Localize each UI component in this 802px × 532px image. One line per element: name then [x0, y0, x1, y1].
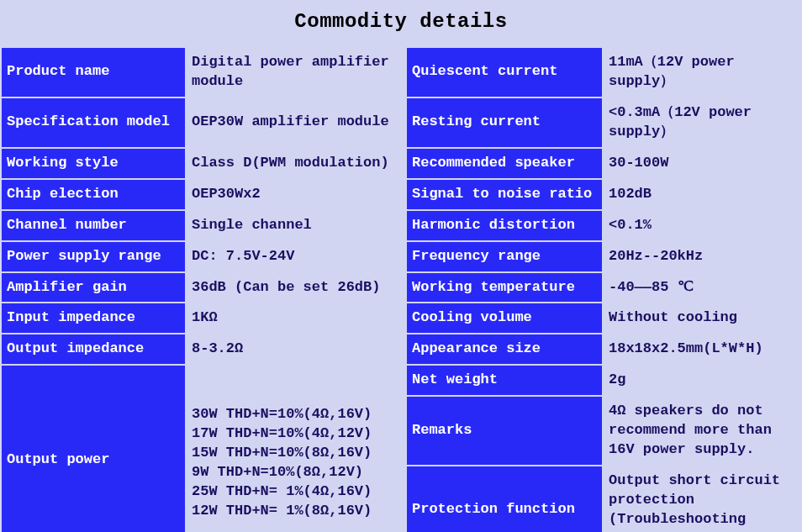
value-working-temperature: -40——85 ℃ — [604, 273, 800, 303]
label-signal-noise-ratio: Signal to noise ratio — [407, 180, 602, 209]
label-cooling-volume: Cooling volume — [407, 303, 602, 333]
spec-table: Product name Digital power amplifier mod… — [0, 48, 802, 532]
label-resting-current: Resting current — [407, 98, 602, 147]
page-title: Commodity details — [0, 0, 802, 48]
label-working-style: Working style — [2, 149, 185, 178]
label-channel-number: Channel number — [2, 211, 185, 240]
value-input-impedance: 1KΩ — [187, 303, 405, 333]
value-chip-election: OEP30Wx2 — [187, 180, 405, 209]
value-output-power: 30W THD+N=10%(4Ω,16V) 17W THD+N=10%(4Ω,1… — [187, 366, 405, 532]
value-appearance-size: 18x18x2.5mm(L*W*H) — [604, 334, 800, 364]
value-recommended-speaker: 30-100W — [604, 149, 800, 178]
value-quiescent-current: 11mA（12V power supply） — [604, 48, 800, 97]
value-net-weight: 2g — [604, 366, 800, 395]
label-recommended-speaker: Recommended speaker — [407, 149, 602, 178]
label-harmonic-distortion: Harmonic distortion — [407, 211, 602, 240]
label-net-weight: Net weight — [407, 366, 602, 395]
label-specification-model: Specification model — [2, 98, 185, 147]
label-appearance-size: Appearance size — [407, 334, 602, 364]
value-harmonic-distortion: <0.1% — [604, 211, 800, 240]
value-protection-function: Output short circuit protection (Trouble… — [604, 466, 800, 532]
value-cooling-volume: Without cooling — [604, 303, 800, 333]
value-signal-noise-ratio: 102dB — [604, 180, 800, 209]
value-amplifier-gain: 36dB (Can be set 26dB) — [187, 273, 405, 303]
label-chip-election: Chip election — [2, 180, 185, 209]
value-product-name: Digital power amplifier module — [187, 48, 405, 97]
label-power-supply-range: Power supply range — [2, 242, 185, 271]
value-specification-model: OEP30W amplifier module — [187, 98, 405, 147]
label-remarks: Remarks — [407, 397, 602, 465]
value-remarks: 4Ω speakers do not recommend more than 1… — [604, 397, 800, 465]
label-quiescent-current: Quiescent current — [407, 48, 602, 97]
label-output-impedance: Output impedance — [2, 334, 185, 364]
label-input-impedance: Input impedance — [2, 303, 185, 333]
value-resting-current: <0.3mA（12V power supply） — [604, 98, 800, 147]
value-output-impedance: 8-3.2Ω — [187, 334, 405, 364]
label-output-power: Output power — [2, 366, 185, 532]
value-frequency-range: 20Hz--20kHz — [604, 242, 800, 271]
label-frequency-range: Frequency range — [407, 242, 602, 271]
value-working-style: Class D(PWM modulation) — [187, 149, 405, 178]
value-power-supply-range: DC: 7.5V-24V — [187, 242, 405, 271]
label-product-name: Product name — [2, 48, 185, 97]
label-working-temperature: Working temperature — [407, 273, 602, 303]
value-channel-number: Single channel — [187, 211, 405, 240]
label-protection-function: Protection function — [407, 466, 602, 532]
label-amplifier-gain: Amplifier gain — [2, 273, 185, 303]
